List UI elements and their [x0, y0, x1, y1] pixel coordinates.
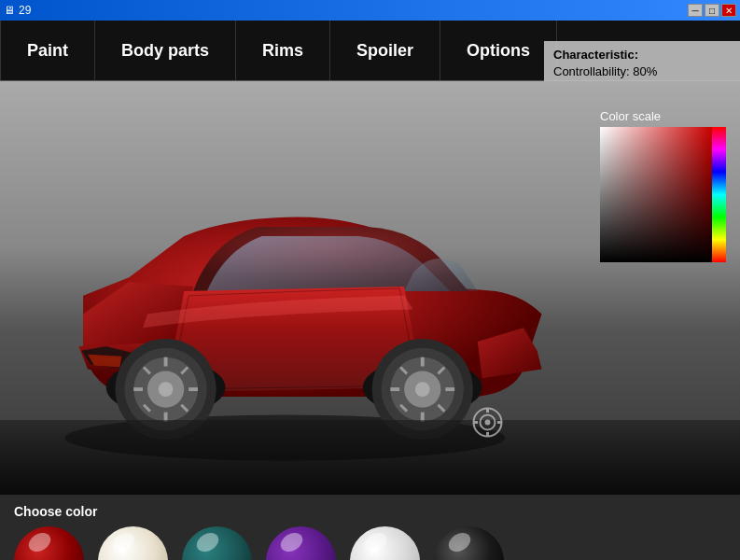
maximize-button[interactable]: □ [705, 4, 719, 17]
swatch-ball-3 [182, 526, 252, 560]
menu-options[interactable]: Options [440, 21, 557, 80]
char-title: Characteristic: [553, 48, 731, 62]
svg-point-20 [415, 382, 430, 397]
menu-body-parts[interactable]: Body parts [95, 21, 236, 80]
menu-spoiler[interactable]: Spoiler [330, 21, 440, 80]
bottom-panel: Choose color Color1Color2Color3Color4Col… [0, 495, 740, 560]
swatch-ball-6 [434, 526, 504, 560]
swatch-ball-2 [98, 526, 168, 560]
color-scale-box[interactable] [600, 127, 726, 262]
color-gradient-hue[interactable] [712, 127, 726, 262]
menu-paint[interactable]: Paint [0, 21, 95, 80]
window-title: 29 [19, 4, 31, 17]
color-swatches: Color1Color2Color3Color4Color5Color6 [14, 526, 726, 560]
swatch-ball-1 [14, 526, 84, 560]
choose-color-label: Choose color [14, 504, 726, 519]
color-swatch-5[interactable]: Color5 [350, 526, 420, 560]
color-gradient-main[interactable] [600, 127, 712, 262]
title-bar-controls: ─ □ ✕ [688, 4, 736, 17]
close-button[interactable]: ✕ [721, 4, 736, 17]
title-bar-left: 🖥 29 [4, 4, 31, 17]
color-swatch-3[interactable]: Color3 [182, 526, 252, 560]
swatch-ball-4 [266, 526, 336, 560]
color-scale-panel: Color scale [600, 109, 731, 262]
svg-point-31 [485, 420, 491, 426]
title-bar: 🖥 29 ─ □ ✕ [0, 0, 740, 21]
swatch-ball-5 [350, 526, 420, 560]
color-swatch-4[interactable]: Color4 [266, 526, 336, 560]
color-swatch-6[interactable]: Color6 [434, 526, 504, 560]
color-swatch-1[interactable]: Color1 [14, 526, 84, 560]
svg-point-7 [159, 382, 174, 397]
minimize-button[interactable]: ─ [688, 4, 703, 17]
viewport: Color scale [0, 81, 740, 495]
menu-rims[interactable]: Rims [236, 21, 330, 80]
color-swatch-2[interactable]: Color2 [98, 526, 168, 560]
app-icon: 🖥 [4, 4, 15, 17]
floor-reflection [0, 420, 740, 495]
color-scale-label: Color scale [600, 109, 731, 123]
gear-icon[interactable] [471, 406, 504, 439]
char-controllability: Controllability: 80% [553, 64, 731, 78]
